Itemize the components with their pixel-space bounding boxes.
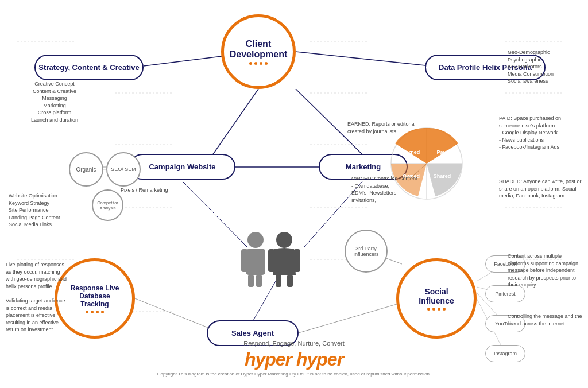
svg-rect-43: [268, 249, 275, 272]
logo-text: hyper hyper: [157, 349, 431, 370]
social-influence-line1: Social: [419, 287, 454, 296]
third-party-circle: 3rd Party Influencers: [345, 230, 388, 273]
logo-area: Respond, Engage, Nurture, Convert hyper …: [157, 340, 431, 377]
instagram-label: Instagram: [494, 351, 517, 356]
paid-annotation: PAID: Space purchased on someone else's …: [499, 115, 582, 151]
respond-text: Respond, Engage, Nurture, Convert: [157, 340, 431, 347]
social-influence-line2: Influence: [419, 296, 454, 305]
svg-text:Paid: Paid: [436, 149, 447, 155]
marketing-label: Marketing: [346, 162, 381, 171]
social-control-annotation: Controlling the message and the brand ac…: [508, 313, 582, 327]
organic-label: Organic: [76, 166, 96, 173]
response-live-title: Response Live: [71, 284, 119, 292]
svg-rect-38: [241, 249, 248, 272]
organic-circle: Organic: [69, 152, 103, 187]
svg-line-1: [296, 52, 431, 66]
data-profile-annotation: Geo-Demographic Psychographic Key Motiva…: [508, 49, 582, 85]
svg-line-2: [212, 89, 258, 155]
client-dev-node: Client Development: [221, 14, 296, 89]
seo-sem-circle: SEO/ SEM: [106, 152, 141, 187]
third-party-label: 3rd Party Influencers: [346, 243, 386, 259]
strategy-annotation: Creative Concept Content & Creative Mess…: [17, 80, 92, 124]
response-live-line3: Tracking: [71, 300, 119, 308]
diagram-container: Client Development Strategy, Content & C…: [0, 0, 588, 388]
earned-annotation: EARNED: Reports or editorial created by …: [347, 121, 416, 135]
seo-sem-label: SEO/ SEM: [111, 166, 136, 172]
shared-annotation: SHARED: Anyone can write, post or share …: [499, 178, 582, 200]
svg-rect-44: [293, 249, 300, 272]
campaign-website-label: Campaign Website: [149, 162, 215, 171]
copyright-text: Copyright This diagram is the creation o…: [157, 371, 431, 377]
svg-rect-46: [287, 274, 293, 287]
social-content-annotation: Content across multiple platforms suppor…: [508, 253, 582, 289]
owned-annotation: OWNED: Controlled Content - Own database…: [351, 175, 420, 204]
svg-rect-45: [276, 274, 281, 287]
svg-rect-41: [256, 274, 262, 287]
campaign-website-node: Campaign Website: [129, 154, 235, 180]
svg-point-42: [276, 232, 292, 248]
pixels-annotation: Pixels / Remarketing: [121, 187, 168, 194]
social-influence-node: Social Influence: [396, 258, 477, 339]
sales-agent-label: Sales Agent: [231, 329, 274, 337]
svg-rect-39: [258, 249, 265, 272]
svg-point-36: [247, 232, 264, 248]
response-live-line2: Database: [71, 292, 119, 300]
svg-rect-40: [248, 274, 254, 287]
response-annotation: Live plotting of responses as they occur…: [6, 261, 69, 333]
strategy-label: Strategy, Content & Creative: [38, 63, 139, 72]
svg-text:Earned: Earned: [403, 149, 420, 155]
svg-line-7: [253, 281, 276, 321]
person-figures: [235, 230, 304, 287]
client-dev-title: Client: [230, 39, 287, 49]
competitor-label: Competitor Analysis: [93, 199, 122, 212]
pinterest-label: Pinterest: [495, 291, 516, 297]
svg-text:Shared: Shared: [434, 173, 451, 179]
instagram-node: Instagram: [485, 345, 525, 362]
website-annotation: Website Optimisation Keyword Strategy Si…: [9, 192, 83, 228]
strategy-node: Strategy, Content & Creative: [34, 55, 144, 80]
competitor-circle: Competitor Analysis: [92, 189, 123, 221]
client-dev-title2: Development: [230, 49, 287, 60]
